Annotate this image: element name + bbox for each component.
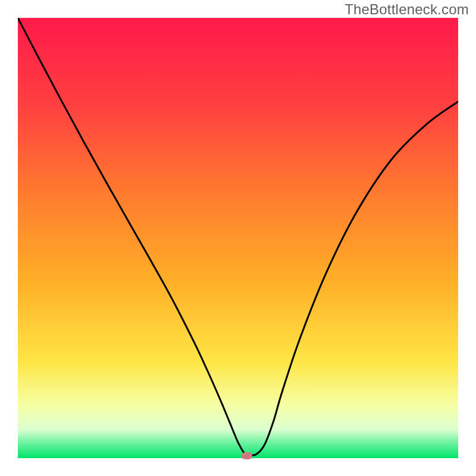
plot-area (18, 18, 458, 458)
optimum-marker (242, 452, 252, 459)
chart-frame: TheBottleneck.com (0, 0, 476, 476)
gradient-rect (18, 18, 458, 458)
chart-svg (18, 18, 458, 458)
watermark-text: TheBottleneck.com (345, 1, 469, 18)
